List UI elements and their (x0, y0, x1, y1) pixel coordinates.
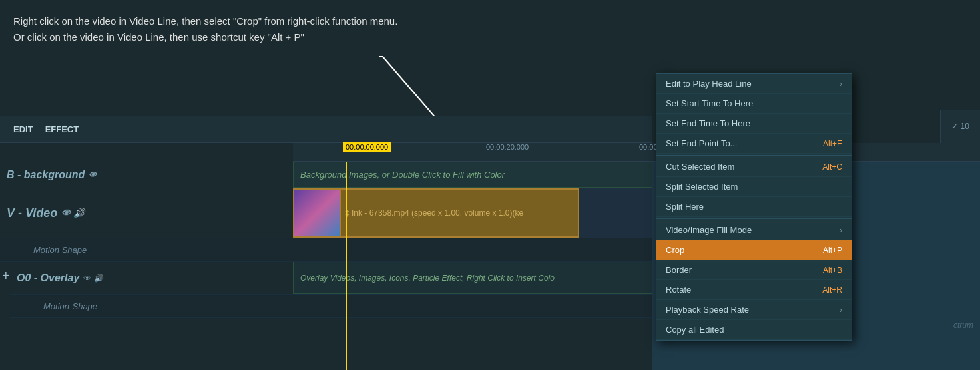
overlay-content: Overlay Videos, Images, Icons, Particle … (293, 262, 652, 294)
edit-label[interactable]: EDIT (13, 124, 33, 134)
menu-item-edit-to-play-head[interactable]: Edit to Play Head Line › (656, 74, 852, 94)
motion-track: Motion Shape (0, 238, 652, 262)
effect-label[interactable]: EFFECT (45, 124, 79, 134)
overlay-motion-track: Motion Shape (10, 295, 652, 318)
background-clip[interactable]: Background Images, or Double Click to Fi… (293, 162, 652, 188)
motion-content (293, 238, 652, 261)
time-mark-start: 00:00:00.000 (343, 143, 391, 151)
menu-item-split-here[interactable]: Split Here (656, 197, 852, 217)
instruction-line1: Right click on the video in Video Line, … (13, 13, 397, 29)
add-track-btn[interactable]: + (2, 268, 10, 283)
video-clip[interactable]: ‡ Ink - 67358.mp4 (speed x 1.00, volume … (293, 188, 579, 238)
video-thumbnail (294, 190, 341, 236)
menu-item-set-start-time[interactable]: Set Start Time To Here (656, 94, 852, 114)
menu-item-rotate[interactable]: Rotate Alt+R (656, 280, 852, 300)
background-track-content: Background Images, or Double Click to Fi… (293, 162, 652, 188)
menu-item-border[interactable]: Border Alt+B (656, 260, 852, 280)
video-track-content: ‡ Ink - 67358.mp4 (speed x 1.00, volume … (293, 188, 652, 238)
video-eye-icon[interactable]: 👁 (61, 208, 71, 218)
menu-item-cut-selected[interactable]: Cut Selected Item Alt+C (656, 157, 852, 177)
menu-item-split-selected[interactable]: Split Selected Item (656, 177, 852, 197)
eye-icon[interactable]: 👁 (89, 170, 97, 180)
overlay-track: O0 - Overlay 👁 🔊 Overlay Videos, Images,… (10, 262, 652, 295)
menu-item-copy-all-edited[interactable]: Copy all Edited (656, 320, 852, 340)
menu-divider-2 (656, 218, 852, 219)
overlay-eye-icon[interactable]: 👁 (83, 274, 91, 283)
timeline-toolbar: EDIT EFFECT (0, 116, 652, 143)
motion-track-label: Motion Shape (0, 238, 293, 261)
menu-item-video-image-fill[interactable]: Video/Image Fill Mode › (656, 220, 852, 240)
overlay-clip[interactable]: Overlay Videos, Images, Icons, Particle … (293, 262, 652, 294)
submenu-arrow-speed: › (840, 305, 842, 315)
overlay-track-label: O0 - Overlay 👁 🔊 (10, 262, 293, 294)
timeline-container: B - background 👁 Background Images, or D… (0, 143, 652, 370)
spectrum-text: ctrum (953, 321, 973, 330)
context-menu: Edit to Play Head Line › Set Start Time … (656, 73, 852, 341)
time-mark-20s: 00:00:20.000 (486, 143, 529, 151)
overlay-audio-icon[interactable]: 🔊 (94, 274, 104, 283)
menu-item-crop[interactable]: Crop Alt+P (656, 240, 852, 260)
background-track-label: B - background 👁 (0, 162, 293, 188)
instruction-area: Right click on the video in Video Line, … (13, 13, 397, 45)
audio-icon[interactable]: 🔊 (73, 208, 85, 218)
instruction-line2: Or click on the video in Video Line, the… (13, 29, 397, 45)
menu-item-set-end-time[interactable]: Set End Time To Here (656, 114, 852, 134)
top-right-bar: ✓ 10 (940, 110, 980, 143)
video-track: V - Video 👁 🔊 ‡ Ink - 67358.mp4 (speed x… (0, 188, 652, 238)
menu-item-set-end-point[interactable]: Set End Point To... Alt+E (656, 134, 852, 154)
submenu-arrow-fill: › (840, 226, 842, 235)
background-track: B - background 👁 Background Images, or D… (0, 162, 652, 188)
menu-divider-1 (656, 155, 852, 156)
overlay-motion-content (293, 295, 652, 317)
submenu-arrow-edit: › (840, 79, 842, 89)
menu-item-playback-speed[interactable]: Playback Speed Rate › (656, 300, 852, 320)
overlay-motion-label: Motion Shape (10, 295, 293, 317)
video-track-label: V - Video 👁 🔊 (0, 188, 293, 238)
time-ruler: 00:00:00.000 00:00:20.000 00:00:40.000 (293, 143, 980, 162)
